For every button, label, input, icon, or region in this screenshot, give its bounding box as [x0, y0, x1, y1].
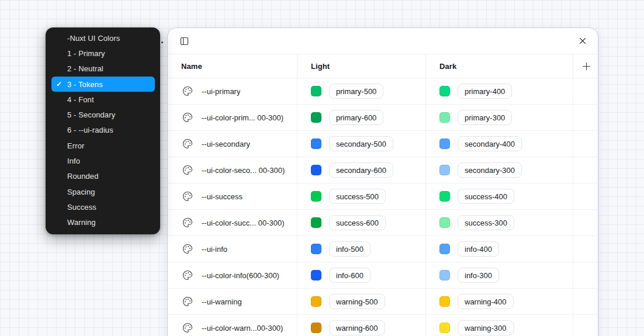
- light-alias-chip[interactable]: success-500: [329, 189, 386, 204]
- variable-name-cell[interactable]: --ui-info: [168, 236, 297, 262]
- menu-item-info[interactable]: Info: [46, 153, 160, 168]
- dark-color-swatch[interactable]: [439, 165, 450, 175]
- light-alias-chip[interactable]: primary-600: [329, 110, 383, 125]
- dark-alias-chip[interactable]: success-400: [458, 189, 514, 204]
- light-color-swatch[interactable]: [311, 86, 321, 96]
- light-value-cell: primary-500: [297, 78, 426, 104]
- dark-alias-chip[interactable]: info-400: [458, 241, 499, 257]
- dark-alias-chip[interactable]: primary-300: [458, 110, 512, 125]
- menu-item-6-ui-radius[interactable]: 6 - --ui-radius: [46, 123, 160, 138]
- panel-left-icon: [179, 36, 189, 46]
- light-color-swatch[interactable]: [311, 138, 321, 149]
- light-alias-chip[interactable]: secondary-500: [329, 136, 393, 151]
- variable-name-cell[interactable]: --ui-color-prim... 00-300): [168, 105, 297, 130]
- dark-color-swatch[interactable]: [439, 244, 450, 254]
- palette-icon: [182, 138, 193, 149]
- menu-item-label: -Nuxt UI Colors: [67, 34, 120, 43]
- menu-item-1-primary[interactable]: 1 - Primary: [46, 46, 160, 61]
- light-value-cell: secondary-600: [297, 157, 426, 183]
- light-value-cell: primary-600: [297, 105, 426, 130]
- dark-color-swatch[interactable]: [439, 323, 450, 333]
- variable-name: --ui-info: [202, 245, 227, 254]
- light-alias-chip[interactable]: success-600: [329, 215, 386, 230]
- dark-color-swatch[interactable]: [439, 112, 450, 123]
- dark-color-swatch[interactable]: [439, 138, 450, 149]
- plus-icon: [581, 61, 592, 72]
- menu-item-3-tokens[interactable]: ✓3 - Tokens: [51, 77, 155, 92]
- dark-alias-chip[interactable]: secondary-400: [458, 136, 522, 151]
- menu-item-2-neutral[interactable]: 2 - Neutral: [46, 61, 160, 77]
- add-mode-button[interactable]: [579, 59, 593, 73]
- dark-color-swatch[interactable]: [439, 296, 450, 307]
- column-header-light: Light: [297, 54, 426, 78]
- close-icon: [577, 36, 588, 46]
- dark-alias-chip[interactable]: primary-400: [458, 84, 512, 99]
- menu-item-success[interactable]: Success: [46, 199, 160, 214]
- dark-color-swatch[interactable]: [439, 86, 450, 96]
- collections-menu: -Nuxt UI Colors1 - Primary2 - Neutral✓3 …: [46, 27, 160, 234]
- light-color-swatch[interactable]: [311, 296, 321, 307]
- menu-item-rounded[interactable]: Rounded: [46, 169, 160, 184]
- palette-icon: [182, 244, 193, 254]
- dark-alias-chip[interactable]: warning-400: [458, 294, 514, 309]
- dark-alias-chip[interactable]: success-300: [458, 215, 514, 230]
- light-color-swatch[interactable]: [311, 244, 321, 254]
- empty-cell: [573, 262, 598, 288]
- empty-cell: [573, 236, 598, 262]
- variable-name-cell[interactable]: --ui-color-seco... 00-300): [168, 157, 297, 183]
- menu-item-spacing[interactable]: Spacing: [46, 184, 160, 199]
- menu-item-error[interactable]: Error: [46, 138, 160, 153]
- menu-item-label: 4 - Font: [67, 95, 94, 104]
- light-color-swatch[interactable]: [311, 165, 321, 175]
- light-alias-chip[interactable]: warning-600: [329, 320, 385, 335]
- variable-name-cell[interactable]: --ui-color-warn...00-300): [168, 315, 297, 336]
- dark-alias-chip[interactable]: info-300: [458, 268, 499, 283]
- sidebar-toggle-button[interactable]: [177, 34, 191, 48]
- panel-toolbar: [168, 28, 598, 54]
- dark-color-swatch[interactable]: [439, 270, 450, 280]
- menu-item-nuxt-ui-colors[interactable]: -Nuxt UI Colors: [46, 30, 160, 46]
- menu-item-5-secondary[interactable]: 5 - Secondary: [46, 107, 160, 122]
- table-row: --ui-secondary secondary-500 secondary-4…: [168, 131, 598, 157]
- dark-alias-chip[interactable]: warning-300: [458, 320, 514, 335]
- light-color-swatch[interactable]: [311, 323, 321, 333]
- light-color-swatch[interactable]: [311, 191, 321, 202]
- menu-item-warning[interactable]: Warning: [46, 215, 160, 230]
- light-alias-chip[interactable]: primary-500: [329, 84, 383, 99]
- column-header-dark: Dark: [426, 54, 573, 78]
- variable-name: --ui-warning: [202, 297, 242, 306]
- empty-cell: [573, 131, 598, 157]
- dark-color-swatch[interactable]: [439, 191, 450, 202]
- light-color-swatch[interactable]: [311, 217, 321, 228]
- light-alias-chip[interactable]: info-600: [329, 268, 371, 283]
- light-alias-chip[interactable]: info-500: [329, 241, 371, 257]
- column-header-name: Name: [168, 54, 297, 78]
- check-icon: ✓: [56, 80, 62, 88]
- table-row: --ui-color-info(600-300) info-600 info-3…: [168, 262, 598, 289]
- variable-name-cell[interactable]: --ui-success: [168, 183, 297, 209]
- menu-item-label: Error: [67, 141, 84, 150]
- close-button[interactable]: [576, 34, 590, 48]
- dark-value-cell: success-400: [426, 183, 573, 209]
- empty-cell: [573, 78, 598, 104]
- palette-icon: [182, 323, 193, 333]
- light-color-swatch[interactable]: [311, 112, 321, 123]
- variable-name-cell[interactable]: --ui-warning: [168, 289, 297, 314]
- variable-name-cell[interactable]: --ui-secondary: [168, 131, 297, 157]
- variable-name: --ui-color-info(600-300): [202, 271, 279, 280]
- menu-item-label: 2 - Neutral: [67, 64, 103, 73]
- empty-cell: [573, 315, 598, 336]
- variable-name-cell[interactable]: --ui-color-succ... 00-300): [168, 210, 297, 235]
- dark-value-cell: primary-300: [426, 105, 573, 130]
- empty-cell: [573, 289, 598, 314]
- palette-icon: [182, 165, 193, 175]
- light-alias-chip[interactable]: secondary-600: [329, 162, 393, 178]
- menu-item-4-font[interactable]: 4 - Font: [46, 92, 160, 107]
- variable-name-cell[interactable]: --ui-primary: [168, 78, 297, 104]
- variable-name-cell[interactable]: --ui-color-info(600-300): [168, 262, 297, 288]
- variable-name: --ui-color-prim... 00-300): [202, 113, 283, 122]
- light-alias-chip[interactable]: warning-500: [329, 294, 385, 309]
- light-color-swatch[interactable]: [311, 270, 321, 280]
- dark-alias-chip[interactable]: secondary-300: [458, 162, 522, 178]
- dark-color-swatch[interactable]: [439, 217, 450, 228]
